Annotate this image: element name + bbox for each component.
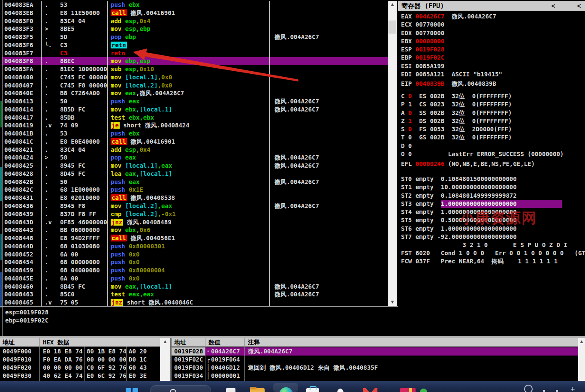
scroll-up-icon[interactable]: ▲ <box>578 338 585 345</box>
fpu-st-line[interactable]: ST1 empty 10.000000000000000000 <box>401 183 585 191</box>
dump-row[interactable]: 0049F010F0 EA DA 7600 00 00 00D0 1C <box>0 356 160 364</box>
efl-block[interactable]: EFL 00000246 (NO,NB,E,BE,NS,PE,GE,LE) <box>401 160 585 168</box>
disasm-row[interactable]: 004083F3>8BE5mov esp,ebp <box>3 25 388 33</box>
disasm-row[interactable]: 004083F6└.C3retn <box>3 41 388 49</box>
dump-row[interactable]: 0049F000E0 18 E8 7480 1B E8 74A0 20 <box>0 347 160 356</box>
disasm-row[interactable]: 00408424>58pop eax微风.004A26C7 <box>3 154 388 162</box>
disasm-row[interactable]: 004083F5.5Dpop ebp微风.004A26C7 <box>3 33 388 41</box>
disasm-row[interactable]: 00408465.v75 05jnz short 微风.0040846C <box>3 299 388 306</box>
disasm-row[interactable]: 0040841C.E8 E0E40000call 微风.00416901 <box>3 138 388 146</box>
tray-plus-icon[interactable] <box>570 386 576 392</box>
disasm-row[interactable]: 00408448.E8 94D2FFFFcall 微风.004056E1 <box>3 234 388 242</box>
stack-row[interactable]: 0019F028·004A26C7微风.004A26C7 <box>172 347 578 356</box>
flag-line[interactable]: C 0 ES 002B 32位 0(FFFFFFFF) <box>401 92 585 100</box>
disasm-row[interactable]: 0040844D.68 01030080push 0x80000301 <box>3 242 388 250</box>
disasm-row[interactable]: 0040842C.68 1E000000push 0x1E <box>3 186 388 194</box>
fpu-st-line[interactable]: ST2 empty 0.1084801499999999872 <box>401 192 585 200</box>
disasm-row[interactable]: 00408425.8945 FCmov [local.1],eax微风.004A… <box>3 162 388 170</box>
fpu-st-line[interactable]: ST7 empty -92.000000000000000000 <box>401 233 585 241</box>
disassembly-pane[interactable]: 004083EA.53push ebx004083EB.E8 11E50000c… <box>3 1 388 306</box>
flag-line[interactable]: T 0 GS 002B 32位 0(FFFFFFFF) <box>401 133 585 142</box>
flag-line[interactable]: Z 1 DS 002B 32位 0(FFFFFFFF) <box>401 117 585 125</box>
scroll-up-icon[interactable]: ▲ <box>388 1 397 8</box>
disasm-row[interactable]: 00408459.68 04000080push 0x80000004 <box>3 266 388 274</box>
register-line[interactable]: ESP 0019F028 <box>401 45 585 54</box>
briefcase-icon[interactable] <box>306 388 319 392</box>
disasm-row[interactable]: 0040843D.v0F85 46000000jnz 微风.00408489 <box>3 218 388 226</box>
dump-row[interactable]: 0049F03040 62 E4 74E0 6C 92 76E0 3E <box>0 372 160 380</box>
archive-icon[interactable] <box>400 388 416 392</box>
disasm-row[interactable]: 00408443.BB 06000000mov ebx,0x6 <box>3 226 388 234</box>
disasm-row[interactable]: 00408431.E8 02010000call 微风.00408538 <box>3 194 388 202</box>
registers-prev-button[interactable]: < <box>549 1 558 11</box>
stack-row[interactable]: 0019F034│00000001 <box>172 372 578 380</box>
fpu-st-line[interactable]: ST0 empty 0.1084801500000000000 <box>401 175 585 183</box>
fst-line[interactable]: FST 6020 Cond 1 0 0 0 Err 0 0 1 0 0 0 0 … <box>401 249 585 257</box>
disassembly-scrollbar[interactable]: ▲ ▼ <box>388 1 397 306</box>
register-line[interactable]: ECX 00770000 <box>401 21 585 29</box>
disasm-row[interactable]: 00408436.8945 F8mov [local.2],eax微风.004A… <box>3 202 388 210</box>
stack-row[interactable]: 0019F02C┌0019F064 <box>172 356 578 364</box>
disasm-row[interactable]: 00408421.83C4 04add esp,0x4 <box>3 146 388 154</box>
disasm-row[interactable]: 0040841B.53push ebx <box>3 130 388 138</box>
disasm-row[interactable]: 00408400.C745 FC 00000000mov [local.1],0… <box>3 73 388 81</box>
disasm-row[interactable]: 00408452.6A 00push 0x0 <box>3 250 388 259</box>
disasm-row[interactable]: 00408407.C745 F8 00000000mov [local.2],0… <box>3 81 388 90</box>
registers-pane[interactable]: 寄存器 (FPU) < < EAX 004A26C7 微风.004A26C7EC… <box>398 0 585 337</box>
tray-dot-icon[interactable] <box>543 390 545 392</box>
fst-register-line[interactable]: FST 6020 Cond 1 0 0 0 Err 0 0 1 0 0 0 0 … <box>401 249 585 257</box>
edge-browser-icon[interactable] <box>273 383 298 392</box>
disasm-row[interactable]: 004083F0.83C4 04add esp,0x4 <box>3 17 388 25</box>
scroll-up-icon[interactable]: ▲ <box>160 338 170 345</box>
eip-block[interactable]: EIP 0040839B 微风.0040839B <box>401 80 585 88</box>
disasm-row[interactable]: 00408419.v74 09je short 微风.00408424 <box>3 121 388 130</box>
dump-scrollbar[interactable]: ▲ <box>160 338 170 381</box>
search-box-icon[interactable] <box>150 385 211 392</box>
flag-line[interactable]: S 0 FS 0053 32位 2D0000(FFF) <box>401 125 585 133</box>
disasm-row[interactable]: 004083EB.E8 11E50000call 微风.00416901 <box>3 9 388 17</box>
white-window-icon[interactable] <box>226 388 235 392</box>
eip-register-line[interactable]: EIP 0040839B 微风.0040839B <box>401 80 585 88</box>
disasm-row[interactable]: 00408428.8D45 FClea eax,[local.1] <box>3 170 388 178</box>
efl-line[interactable]: EFL 00000246 (NO,NB,E,BE,NS,PE,GE,LE) <box>401 160 585 168</box>
disasm-row[interactable]: 0040845E.6A 00push 0x0 <box>3 274 388 283</box>
register-line[interactable]: EDI 0085A121 ASCII "b19415" <box>401 70 585 78</box>
windows-start-icon[interactable] <box>126 388 139 392</box>
register-line[interactable]: EDX 00770000 <box>401 29 585 37</box>
flag-line[interactable]: D 0 <box>401 142 585 150</box>
disasm-row[interactable]: 00408463.85C0test eax,eax微风.004A26C7 <box>3 290 388 299</box>
scrollbar-thumb[interactable] <box>389 21 396 33</box>
disasm-row[interactable]: 0040842B.50push eax微风.004A26C7 <box>3 178 388 186</box>
disasm-row[interactable]: 004083F8.8BECmov ebp,esp <box>3 57 388 65</box>
disasm-row[interactable]: 00408414.8B5D FCmov ebx,[local.1]微风.004A… <box>3 106 388 114</box>
tray-dot2-icon[interactable] <box>556 390 558 392</box>
gpr-block[interactable]: EAX 004A26C7 微风.004A26C7ECX 00770000EDX … <box>401 12 585 78</box>
flag-line[interactable]: A 0 SS 002B 32位 0(FFFFFFFF) <box>401 109 585 117</box>
register-line[interactable]: EBX 00000000 <box>401 37 585 45</box>
fcw-line[interactable]: FCW 037F Prec NEAR,64 掩码 1 1 1 1 1 1 <box>401 257 585 265</box>
stack-row[interactable]: 0019F030│00406D12返回到 微风.00406D12 来自 微风.0… <box>172 364 578 372</box>
scroll-down-icon[interactable]: ▼ <box>388 299 397 306</box>
disasm-row[interactable]: 004083FA.81EC 10000000sub esp,0x10 <box>3 65 388 73</box>
windows-taskbar[interactable] <box>0 381 585 392</box>
file-explorer-icon[interactable] <box>250 388 265 392</box>
disasm-row[interactable]: 00408417.85DBtest ebx,ebx <box>3 114 388 122</box>
disasm-row[interactable]: 004083EA.53push ebx <box>3 1 388 9</box>
register-line[interactable]: EAX 004A26C7 微风.004A26C7 <box>401 12 585 21</box>
egg-icon[interactable] <box>337 389 344 392</box>
disasm-row[interactable]: 00408460.8B45 FCmov eax,[local.1]微风.004A… <box>3 283 388 291</box>
register-line[interactable]: ESI 0085A199 <box>401 62 585 70</box>
dump-row[interactable]: 0049F02000 00 00 00C0 6F 92 7660 43 <box>0 364 160 372</box>
mail-icon[interactable] <box>363 388 377 392</box>
disasm-row[interactable]: 00408413.50push eax微风.004A26C7 <box>3 97 388 106</box>
disasm-row[interactable]: 00408439.837D F8 FFcmp [local.2],-0x1 <box>3 210 388 218</box>
disasm-row[interactable]: 004083F7C3retn <box>3 49 388 57</box>
fpu-bit-labels[interactable]: 3 2 1 0 E S P U O Z D I <box>401 241 585 249</box>
flag-line[interactable]: O 0 LastErr ERROR_SUCCESS (00000000) <box>401 150 585 158</box>
flags-block[interactable]: C 0 ES 002B 32位 0(FFFFFFFF)P 1 CS 0023 3… <box>401 92 585 158</box>
disasm-row[interactable]: 00408454.68 00000000push 0x0 <box>3 258 388 266</box>
stack-scrollbar[interactable]: ▲ <box>578 338 585 381</box>
fcw-register-line[interactable]: FCW 037F Prec NEAR,64 掩码 1 1 1 1 1 1 <box>401 257 585 265</box>
flag-line[interactable]: P 1 CS 0023 32位 0(FFFFFFFF) <box>401 100 585 109</box>
fpu-st-line[interactable]: ST3 empty 1.0000000000000000000 <box>401 200 585 208</box>
